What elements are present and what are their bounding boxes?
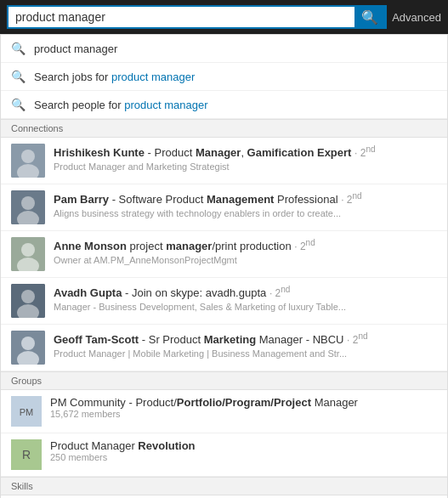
connection-info: Hrishikesh Kunte - Product Manager, Gami… [54, 144, 437, 172]
svg-point-4 [21, 196, 35, 210]
connection-name: Hrishikesh Kunte - Product Manager, Gami… [54, 144, 437, 161]
connection-info: Anne Monson project manager/print produc… [54, 237, 437, 265]
connection-subtitle: Aligns business strategy with technology… [54, 208, 377, 218]
connection-info: Avadh Gupta - Join on skype: avadh.gupta… [54, 284, 437, 312]
connection-info: Pam Barry - Software Product Management … [54, 190, 437, 218]
connection-item[interactable]: Hrishikesh Kunte - Product Manager, Gami… [1, 138, 447, 184]
svg-point-1 [21, 150, 35, 163]
search-icon: 🔍 [11, 98, 26, 111]
connection-name: Anne Monson project manager/print produc… [54, 237, 437, 254]
suggestion-text: Search jobs for product manager [34, 71, 195, 83]
header: 🔍 Advanced [0, 0, 448, 34]
search-input[interactable] [9, 7, 354, 27]
advanced-link[interactable]: Advanced [392, 11, 441, 24]
suggestion-item[interactable]: 🔍 Search people for product manager [1, 91, 447, 119]
group-members: 250 members [50, 452, 437, 462]
search-button[interactable]: 🔍 [354, 7, 385, 27]
search-icon: 🔍 [11, 70, 26, 83]
group-info: Product Manager Revolution 250 members [50, 439, 437, 462]
group-icon: PM [11, 396, 42, 427]
avatar [11, 237, 45, 271]
svg-point-10 [21, 290, 35, 303]
suggestion-text: product manager [34, 42, 117, 55]
avatar [11, 190, 45, 224]
avatar [11, 284, 45, 318]
group-item[interactable]: PM PM Community - Product/Portfolio/Prog… [1, 390, 447, 433]
connection-subtitle: Product Manager | Mobile Marketing | Bus… [54, 348, 377, 359]
connection-subtitle: Manager - Business Development, Sales & … [54, 302, 377, 312]
suggestion-prefix: Search people for [34, 99, 124, 111]
section-header-connections: Connections [1, 119, 447, 138]
connection-info: Geoff Tam-Scott - Sr Product Marketing M… [54, 331, 437, 359]
connection-item[interactable]: Pam Barry - Software Product Management … [1, 184, 447, 231]
suggestion-prefix: Search jobs for [34, 71, 111, 83]
section-header-groups: Groups [1, 371, 447, 390]
svg-point-7 [21, 243, 35, 257]
suggestion-item[interactable]: 🔍 Search jobs for product manager [1, 63, 447, 91]
avatar [11, 331, 45, 365]
suggestion-highlight: product manager [124, 99, 207, 111]
group-name: PM Community - Product/Portfolio/Program… [50, 396, 437, 409]
group-members: 15,672 members [50, 409, 437, 419]
search-icon: 🔍 [361, 9, 378, 25]
connection-item[interactable]: Geoff Tam-Scott - Sr Product Marketing M… [1, 325, 447, 371]
suggestion-text: Search people for product manager [34, 99, 208, 111]
group-icon: R [11, 439, 42, 470]
avatar [11, 144, 45, 178]
suggestion-highlight: product manager [111, 71, 195, 83]
search-icon: 🔍 [11, 42, 26, 55]
group-item[interactable]: R Product Manager Revolution 250 members [1, 433, 447, 477]
connection-name: Pam Barry - Software Product Management … [54, 190, 437, 207]
svg-text:PM: PM [20, 407, 34, 417]
search-box: 🔍 [7, 5, 387, 29]
section-header-skills: Skills [1, 477, 447, 495]
connection-subtitle: Owner at AM.PM_AnneMonsonProjectMgmt [54, 255, 377, 265]
connection-name: Geoff Tam-Scott - Sr Product Marketing M… [54, 331, 437, 348]
connection-item[interactable]: Anne Monson project manager/print produc… [1, 231, 447, 278]
connection-subtitle: Product Manager and Marketing Strategist [54, 161, 377, 172]
suggestion-item[interactable]: 🔍 product manager [1, 35, 447, 63]
connection-item[interactable]: Avadh Gupta - Join on skype: avadh.gupta… [1, 278, 447, 325]
group-name: Product Manager Revolution [50, 439, 437, 452]
group-info: PM Community - Product/Portfolio/Program… [50, 396, 437, 419]
svg-text:R: R [22, 448, 31, 461]
dropdown: 🔍 product manager 🔍 Search jobs for prod… [0, 34, 448, 498]
svg-point-13 [21, 337, 35, 350]
connection-name: Avadh Gupta - Join on skype: avadh.gupta… [54, 284, 437, 301]
